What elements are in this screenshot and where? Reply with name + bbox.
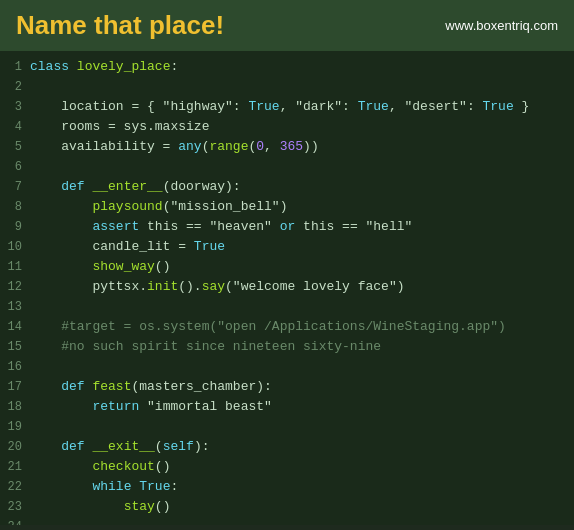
code-line: 18 return "immortal beast" bbox=[0, 397, 574, 417]
code-line: 4 rooms = sys.maxsize bbox=[0, 117, 574, 137]
line-number: 14 bbox=[0, 317, 30, 337]
line-number: 12 bbox=[0, 277, 30, 297]
line-number: 16 bbox=[0, 357, 30, 377]
code-line: 1class lovely_place: bbox=[0, 57, 574, 77]
line-content: assert this == "heaven" or this == "hell… bbox=[30, 217, 574, 237]
line-content: location = { "highway": True, "dark": Tr… bbox=[30, 97, 574, 117]
line-content: #no such spirit since nineteen sixty-nin… bbox=[30, 337, 574, 357]
code-line: 14 #target = os.system("open /Applicatio… bbox=[0, 317, 574, 337]
line-content: candle_lit = True bbox=[30, 237, 574, 257]
code-line: 2 bbox=[0, 77, 574, 97]
line-number: 20 bbox=[0, 437, 30, 457]
line-content: playsound("mission_bell") bbox=[30, 197, 574, 217]
code-line: 5 availability = any(range(0, 365)) bbox=[0, 137, 574, 157]
line-number: 24 bbox=[0, 517, 30, 525]
line-number: 19 bbox=[0, 417, 30, 437]
line-number: 22 bbox=[0, 477, 30, 497]
code-line: 11 show_way() bbox=[0, 257, 574, 277]
code-line: 12 pyttsx.init().say("welcome lovely fac… bbox=[0, 277, 574, 297]
page-title: Name that place! bbox=[16, 10, 224, 41]
code-line: 3 location = { "highway": True, "dark": … bbox=[0, 97, 574, 117]
line-content: return "immortal beast" bbox=[30, 397, 574, 417]
line-number: 4 bbox=[0, 117, 30, 137]
line-number: 11 bbox=[0, 257, 30, 277]
line-number: 8 bbox=[0, 197, 30, 217]
line-number: 9 bbox=[0, 217, 30, 237]
line-number: 23 bbox=[0, 497, 30, 517]
line-number: 7 bbox=[0, 177, 30, 197]
line-content: class lovely_place: bbox=[30, 57, 574, 77]
line-number: 10 bbox=[0, 237, 30, 257]
line-number: 18 bbox=[0, 397, 30, 417]
code-line: 13 bbox=[0, 297, 574, 317]
line-content: rooms = sys.maxsize bbox=[30, 117, 574, 137]
line-number: 1 bbox=[0, 57, 30, 77]
code-line: 10 candle_lit = True bbox=[0, 237, 574, 257]
code-line: 16 bbox=[0, 357, 574, 377]
line-content bbox=[30, 77, 574, 97]
code-line: 17 def feast(masters_chamber): bbox=[0, 377, 574, 397]
line-content bbox=[30, 297, 574, 317]
code-line: 9 assert this == "heaven" or this == "he… bbox=[0, 217, 574, 237]
line-content: #target = os.system("open /Applications/… bbox=[30, 317, 574, 337]
line-content: def feast(masters_chamber): bbox=[30, 377, 574, 397]
header-url: www.boxentriq.com bbox=[445, 18, 558, 33]
header: Name that place! www.boxentriq.com bbox=[0, 0, 574, 51]
line-content: show_way() bbox=[30, 257, 574, 277]
code-line: 6 bbox=[0, 157, 574, 177]
code-line: 19 bbox=[0, 417, 574, 437]
line-number: 6 bbox=[0, 157, 30, 177]
code-line: 15 #no such spirit since nineteen sixty-… bbox=[0, 337, 574, 357]
line-content: stay() bbox=[30, 497, 574, 517]
line-content: checkout() bbox=[30, 457, 574, 477]
line-content: pyttsx.init().say("welcome lovely face") bbox=[30, 277, 574, 297]
code-line: 20 def __exit__(self): bbox=[0, 437, 574, 457]
code-line: 24 bbox=[0, 517, 574, 525]
line-number: 17 bbox=[0, 377, 30, 397]
line-number: 3 bbox=[0, 97, 30, 117]
line-content: def __enter__(doorway): bbox=[30, 177, 574, 197]
line-number: 5 bbox=[0, 137, 30, 157]
line-number: 2 bbox=[0, 77, 30, 97]
code-line: 22 while True: bbox=[0, 477, 574, 497]
line-number: 21 bbox=[0, 457, 30, 477]
line-number: 13 bbox=[0, 297, 30, 317]
code-line: 21 checkout() bbox=[0, 457, 574, 477]
line-content bbox=[30, 417, 574, 437]
line-content bbox=[30, 157, 574, 177]
line-content: while True: bbox=[30, 477, 574, 497]
code-line: 8 playsound("mission_bell") bbox=[0, 197, 574, 217]
code-line: 23 stay() bbox=[0, 497, 574, 517]
code-line: 7 def __enter__(doorway): bbox=[0, 177, 574, 197]
line-content bbox=[30, 517, 574, 525]
line-content: availability = any(range(0, 365)) bbox=[30, 137, 574, 157]
line-content: def __exit__(self): bbox=[30, 437, 574, 457]
line-content bbox=[30, 357, 574, 377]
code-area: 1class lovely_place:2 3 location = { "hi… bbox=[0, 51, 574, 525]
line-number: 15 bbox=[0, 337, 30, 357]
